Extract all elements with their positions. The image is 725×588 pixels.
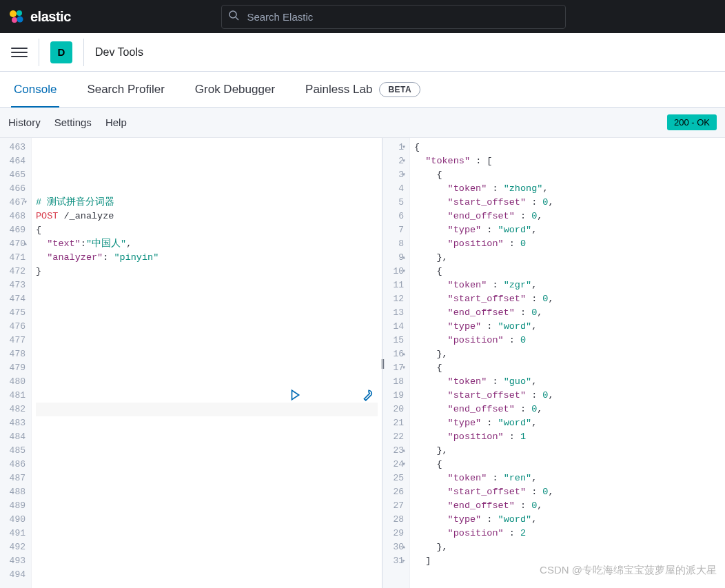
code-line[interactable]: "start_offset" : 0, [414, 389, 721, 403]
code-line[interactable]: { [414, 141, 721, 154]
request-editor[interactable]: 463464465466467▾468469470▴47147247347447… [0, 138, 382, 588]
code-line[interactable]: "type" : "word", [414, 513, 721, 527]
code-line[interactable] [36, 527, 378, 540]
code-line[interactable] [36, 444, 378, 458]
code-line[interactable] [36, 430, 378, 444]
code-line[interactable]: "type" : "word", [414, 320, 721, 334]
fold-toggle-icon[interactable]: ▾ [402, 141, 406, 154]
code-line[interactable] [36, 540, 378, 554]
code-line[interactable]: }, [414, 540, 721, 554]
code-line[interactable]: "analyzer": "pinyin" [36, 251, 378, 265]
code-line[interactable]: "position" : 0 [414, 334, 721, 347]
code-line[interactable]: { [414, 265, 721, 278]
code-line[interactable]: "end_offset" : 0, [414, 306, 721, 320]
code-line[interactable]: "start_offset" : 0, [414, 196, 721, 210]
editor-split-pane: 463464465466467▾468469470▴47147247347447… [0, 138, 725, 588]
code-line[interactable]: "position" : 0 [414, 237, 721, 251]
code-line[interactable] [36, 582, 378, 588]
code-line[interactable]: "token" : "zhong", [414, 182, 721, 196]
fold-toggle-icon[interactable]: ▴ [402, 251, 406, 265]
code-line[interactable]: "type" : "word", [414, 416, 721, 430]
gutter-line: 28 [387, 513, 404, 527]
code-line[interactable]: } [36, 265, 378, 278]
help-button[interactable]: Help [105, 116, 127, 128]
code-line[interactable]: "position" : 2 [414, 527, 721, 540]
fold-toggle-icon[interactable]: ▾ [402, 168, 406, 182]
code-line[interactable] [36, 485, 378, 499]
gutter-line: 30▴ [387, 540, 404, 554]
code-line[interactable]: POST /_analyze [36, 210, 378, 223]
gutter-line: 488 [4, 485, 25, 499]
tab-grok-debugger[interactable]: Grok Debugger [192, 72, 278, 107]
code-line[interactable] [36, 554, 378, 568]
fold-toggle-icon[interactable]: ▾ [402, 154, 406, 168]
code-line[interactable]: "token" : "ren", [414, 472, 721, 485]
code-line[interactable] [36, 361, 378, 375]
code-line[interactable]: "end_offset" : 0, [414, 499, 721, 513]
code-line[interactable]: }, [414, 347, 721, 361]
code-line[interactable]: { [414, 361, 721, 375]
code-line[interactable] [36, 334, 378, 347]
code-line[interactable] [36, 513, 378, 527]
fold-toggle-icon[interactable]: ▾ [402, 265, 406, 278]
request-code[interactable]: # 测试拼音分词器POST /_analyze{ "text":"中国人", "… [32, 138, 382, 588]
code-line[interactable]: { [36, 223, 378, 237]
gutter-line: 11 [387, 278, 404, 292]
fold-toggle-icon[interactable]: ▾ [402, 361, 406, 375]
run-request-icon[interactable] [233, 375, 301, 420]
code-line[interactable] [36, 472, 378, 485]
code-line[interactable]: "start_offset" : 0, [414, 292, 721, 306]
code-line[interactable]: # 测试拼音分词器 [36, 196, 378, 210]
code-line[interactable] [36, 182, 378, 196]
divider [83, 39, 84, 66]
settings-button[interactable]: Settings [54, 116, 92, 128]
code-line[interactable]: "position" : 1 [414, 430, 721, 444]
fold-toggle-icon[interactable]: ▴ [402, 347, 406, 361]
fold-toggle-icon[interactable]: ▾ [402, 458, 406, 472]
gutter-line: 8 [387, 237, 404, 251]
code-line[interactable]: ] [414, 554, 721, 568]
code-line[interactable]: { [414, 458, 721, 472]
fold-toggle-icon[interactable]: ▴ [23, 237, 28, 251]
code-line[interactable]: "token" : "zgr", [414, 278, 721, 292]
gutter-line: 468 [4, 210, 25, 223]
fold-toggle-icon[interactable]: ▸ [402, 554, 406, 568]
tab-search-profiler[interactable]: Search Profiler [84, 72, 167, 107]
code-line[interactable] [36, 499, 378, 513]
code-line[interactable]: { [414, 168, 721, 182]
space-avatar[interactable]: D [50, 41, 72, 63]
fold-toggle-icon[interactable]: ▴ [402, 540, 406, 554]
code-line[interactable] [36, 568, 378, 582]
brand-logo[interactable]: elastic [8, 8, 71, 25]
gutter-line: 26 [387, 485, 404, 499]
code-line[interactable]: }, [414, 444, 721, 458]
fold-toggle-icon[interactable]: ▴ [402, 444, 406, 458]
code-line[interactable]: "tokens" : [ [414, 154, 721, 168]
code-line[interactable]: "end_offset" : 0, [414, 403, 721, 416]
split-handle[interactable]: ‖ [380, 358, 385, 369]
code-line[interactable] [36, 278, 378, 292]
global-header: elastic [0, 0, 725, 33]
code-line[interactable]: }, [414, 251, 721, 265]
code-line[interactable] [36, 458, 378, 472]
gutter-line: 20 [387, 403, 404, 416]
gutter-line: 493 [4, 554, 25, 568]
menu-toggle-button[interactable] [11, 44, 28, 61]
code-line[interactable]: "text":"中国人", [36, 237, 378, 251]
code-line[interactable] [36, 168, 378, 182]
code-line[interactable]: "token" : "guo", [414, 375, 721, 389]
code-line[interactable]: "type" : "word", [414, 223, 721, 237]
code-line[interactable]: "start_offset" : 0, [414, 485, 721, 499]
tab-painless-lab[interactable]: Painless Lab BETA [303, 72, 423, 107]
wrench-icon[interactable] [305, 375, 374, 420]
code-line[interactable] [36, 292, 378, 306]
fold-toggle-icon[interactable]: ▾ [23, 196, 28, 210]
response-code[interactable]: { "tokens" : [ { "token" : "zhong", "sta… [410, 138, 725, 588]
code-line[interactable] [36, 347, 378, 361]
code-line[interactable] [36, 306, 378, 320]
code-line[interactable] [36, 320, 378, 334]
code-line[interactable]: "end_offset" : 0, [414, 210, 721, 223]
global-search-input[interactable] [221, 5, 566, 29]
tab-console[interactable]: Console [11, 72, 59, 107]
history-button[interactable]: History [8, 116, 41, 128]
